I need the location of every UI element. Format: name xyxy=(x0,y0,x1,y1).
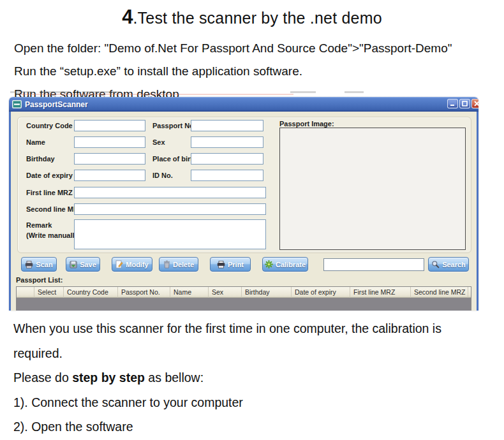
instruction-run-setup: Run the “setup.exe” to install the appli… xyxy=(14,64,504,78)
print-button[interactable]: Print xyxy=(210,257,251,272)
passport-list-label: Passport List: xyxy=(16,276,63,284)
calibrate-icon xyxy=(265,260,273,268)
minimize-button[interactable] xyxy=(447,99,458,108)
name-label: Name xyxy=(26,136,45,148)
page-title: 4.Test the scanner by the .net demo xyxy=(0,5,504,33)
col-second-line-mrz[interactable]: Second line MRZ xyxy=(411,287,468,298)
scan-artifact-strip xyxy=(0,91,504,97)
sex-input[interactable] xyxy=(191,136,263,148)
search-input[interactable] xyxy=(323,258,424,271)
passport-image-panel xyxy=(279,128,466,250)
passport-scanner-window: PassportScanner Country Code Passport No… xyxy=(9,97,478,311)
scan-button[interactable]: Scan xyxy=(21,257,57,272)
passport-list-table: Select Country Code Passport No. Name Se… xyxy=(16,286,471,311)
page-title-text: .Test the scanner by the .net demo xyxy=(133,9,382,27)
print-button-label: Print xyxy=(228,261,244,268)
calibration-note: When you use this scanner for the first … xyxy=(13,316,441,439)
maximize-button[interactable] xyxy=(459,99,470,108)
search-icon xyxy=(431,260,440,268)
page-title-number: 4 xyxy=(122,6,133,28)
note-line-3-pre: Please do xyxy=(13,370,72,385)
scan-button-label: Scan xyxy=(36,261,52,268)
passport-list-empty-body xyxy=(17,298,471,311)
search-button-label: Search xyxy=(442,261,466,268)
col-sex[interactable]: Sex xyxy=(209,287,242,298)
date-of-expiry-input[interactable] xyxy=(74,170,145,181)
scan-icon xyxy=(25,261,33,268)
modify-button[interactable]: Modify xyxy=(112,257,152,272)
calibrate-button-label: Calibrate xyxy=(276,261,306,268)
birthday-label: Birthday xyxy=(26,153,55,165)
col-country-code[interactable]: Country Code xyxy=(64,287,118,298)
delete-icon xyxy=(163,260,170,268)
first-line-mrz-label: First line MRZ xyxy=(26,187,73,198)
step-1: 1). Connect the scanner to your computer xyxy=(13,390,441,415)
modify-button-label: Modify xyxy=(126,261,148,268)
country-code-label: Country Code xyxy=(26,120,73,131)
note-line-3-post: as bellow: xyxy=(145,370,204,385)
birthday-input[interactable] xyxy=(74,153,145,165)
remark-sublabel: (Write manually) xyxy=(26,230,80,241)
search-button[interactable]: Search xyxy=(428,257,469,272)
id-no-input[interactable] xyxy=(191,170,263,181)
delete-button-label: Delete xyxy=(173,261,194,268)
col-birthday[interactable]: Birthday xyxy=(242,287,292,298)
country-code-input[interactable] xyxy=(74,120,145,131)
date-of-expiry-label: Date of expiry xyxy=(26,170,73,181)
second-line-mrz-input[interactable] xyxy=(74,203,266,215)
col-passport-no[interactable]: Passport No. xyxy=(118,287,170,298)
passport-list-header-row: Select Country Code Passport No. Name Se… xyxy=(17,287,471,298)
col-first-line-mrz[interactable]: First line MRZ xyxy=(350,287,411,298)
first-line-mrz-input[interactable] xyxy=(74,187,266,198)
col-row-selector[interactable] xyxy=(17,287,34,298)
window-client-area: Country Code Passport No. Name Sex Birth… xyxy=(9,112,478,311)
save-button-label: Save xyxy=(80,261,96,268)
minimize-icon xyxy=(450,101,456,106)
name-input[interactable] xyxy=(74,136,145,148)
maximize-icon xyxy=(462,101,468,106)
passport-scanner-app-icon xyxy=(12,100,22,108)
calibrate-button[interactable]: Calibrate xyxy=(262,257,308,272)
close-icon xyxy=(474,101,478,106)
note-line-3: Please do step by step as bellow: xyxy=(13,365,441,390)
note-line-3-bold: step by step xyxy=(72,370,145,385)
id-no-label: ID No. xyxy=(152,170,173,181)
col-name[interactable]: Name xyxy=(170,287,209,298)
col-date-of-expiry[interactable]: Date of expiry xyxy=(292,287,350,298)
place-of-birth-input[interactable] xyxy=(191,153,263,165)
col-clipped-edge xyxy=(468,287,471,298)
save-icon xyxy=(70,261,77,268)
col-select[interactable]: Select xyxy=(34,287,64,298)
window-title: PassportScanner xyxy=(25,100,88,109)
save-button[interactable]: Save xyxy=(66,257,100,272)
print-icon xyxy=(217,261,225,268)
close-button[interactable] xyxy=(471,99,478,108)
sex-label: Sex xyxy=(152,136,165,148)
instruction-open-folder: Open the folder: "Demo of.Net For Passpo… xyxy=(14,41,504,55)
note-line-1: When you use this scanner for the first … xyxy=(13,316,441,341)
note-line-2: required. xyxy=(13,341,441,366)
passport-no-label: Passport No. xyxy=(152,120,196,131)
delete-button[interactable]: Delete xyxy=(159,257,198,272)
remark-textarea[interactable] xyxy=(74,219,266,249)
window-title-bar[interactable]: PassportScanner xyxy=(9,97,478,112)
step-2: 2). Open the software xyxy=(13,414,441,439)
passport-no-input[interactable] xyxy=(191,120,263,131)
modify-icon xyxy=(115,260,123,268)
passport-data-groupbox: Country Code Passport No. Name Sex Birth… xyxy=(17,117,471,253)
